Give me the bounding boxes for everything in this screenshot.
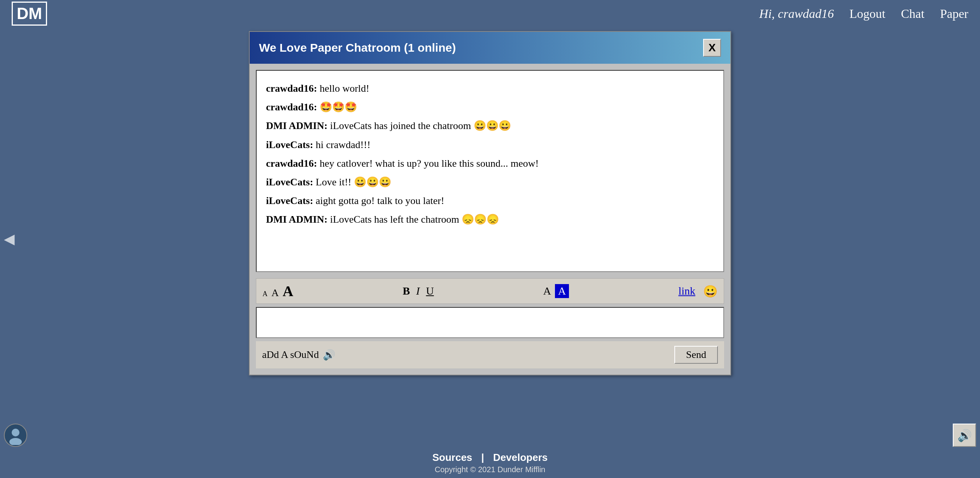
color-controls: A A <box>543 284 569 298</box>
send-button[interactable]: Send <box>674 346 718 364</box>
font-large-button[interactable]: A <box>283 283 293 300</box>
format-controls: B I U <box>402 285 434 297</box>
speaker-icon: 🔊 <box>957 429 972 442</box>
message-sender: iLoveCats: <box>266 139 313 150</box>
navbar-right: Hi, crawdad16 Logout Chat Paper <box>759 7 968 21</box>
chat-title: We Love Paper Chatroom (1 online) <box>259 41 456 54</box>
message-line: iLoveCats: aight gotta go! talk to you l… <box>266 192 714 209</box>
message-line: crawdad16: 🤩🤩🤩 <box>266 99 714 116</box>
chat-bottom-bar: aDd A sOuNd 🔊 Send <box>256 341 724 368</box>
font-small-button[interactable]: A <box>262 290 268 298</box>
chat-window: We Love Paper Chatroom (1 online) X craw… <box>249 31 731 375</box>
close-button[interactable]: X <box>703 39 721 57</box>
footer: Sources | Developers Copyright © 2021 Du… <box>0 452 980 474</box>
underline-button[interactable]: U <box>426 285 434 297</box>
chat-link[interactable]: Chat <box>901 7 924 21</box>
message-sender: DMI ADMIN: <box>266 214 327 225</box>
add-sound-text: aDd A sOuNd <box>262 349 319 361</box>
message-sender: iLoveCats: <box>266 176 313 188</box>
sources-link[interactable]: Sources <box>432 452 472 463</box>
message-line: iLoveCats: Love it!! 😀😀😀 <box>266 174 714 191</box>
chat-messages: crawdad16: hello world!crawdad16: 🤩🤩🤩DMI… <box>256 70 724 272</box>
chat-toolbar: A A A B I U A A link 😀 <box>256 278 724 304</box>
sound-toggle-button[interactable]: 🔊 <box>953 424 976 447</box>
chat-header: We Love Paper Chatroom (1 online) X <box>250 32 730 64</box>
message-line: crawdad16: hello world! <box>266 80 714 97</box>
message-line: DMI ADMIN: iLoveCats has left the chatro… <box>266 211 714 228</box>
message-line: crawdad16: hey catlover! what is up? you… <box>266 155 714 172</box>
copyright-text: Copyright © 2021 Dunder Mifflin <box>0 465 980 474</box>
bold-button[interactable]: B <box>402 285 410 297</box>
svg-point-0 <box>12 429 19 436</box>
extra-controls: link 😀 <box>678 284 718 298</box>
insert-link-button[interactable]: link <box>678 285 695 297</box>
add-sound-control[interactable]: aDd A sOuNd 🔊 <box>262 349 335 361</box>
footer-divider: | <box>481 452 484 463</box>
font-medium-button[interactable]: A <box>271 287 279 299</box>
paper-link[interactable]: Paper <box>940 7 968 21</box>
italic-button[interactable]: I <box>416 285 420 297</box>
chat-input-area <box>256 307 724 338</box>
emoji-button[interactable]: 😀 <box>703 284 718 298</box>
message-line: DMI ADMIN: iLoveCats has joined the chat… <box>266 117 714 134</box>
sound-icon: 🔊 <box>323 349 335 361</box>
message-sender: DMI ADMIN: <box>266 120 327 131</box>
svg-point-1 <box>9 438 22 445</box>
greeting-text: Hi, crawdad16 <box>759 7 834 21</box>
logout-link[interactable]: Logout <box>849 7 885 21</box>
font-size-controls: A A A <box>262 283 293 300</box>
footer-links: Sources | Developers <box>0 452 980 464</box>
avatar-button[interactable] <box>4 424 27 447</box>
message-line: iLoveCats: hi crawdad!!! <box>266 136 714 154</box>
navbar: DM Hi, crawdad16 Logout Chat Paper <box>0 0 980 27</box>
site-logo: DM <box>12 2 47 26</box>
color-normal-button[interactable]: A <box>543 285 551 297</box>
color-highlight-button[interactable]: A <box>555 284 569 298</box>
message-sender: crawdad16: <box>266 101 317 113</box>
message-sender: iLoveCats: <box>266 195 313 206</box>
avatar-icon <box>6 426 25 445</box>
developers-link[interactable]: Developers <box>493 452 548 463</box>
message-sender: crawdad16: <box>266 158 317 169</box>
left-arrow-icon: ◀ <box>4 231 15 247</box>
message-input[interactable] <box>256 307 724 338</box>
message-sender: crawdad16: <box>266 83 317 94</box>
